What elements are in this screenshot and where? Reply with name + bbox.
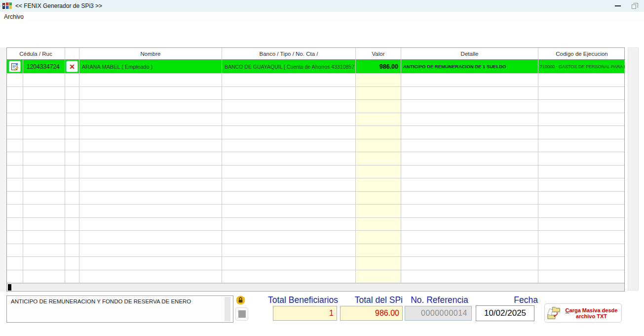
header-nombre[interactable]: Nombre (79, 48, 222, 60)
horizontal-scrollbar-thumb[interactable] (8, 284, 11, 291)
table-row-empty[interactable] (7, 178, 624, 192)
cell-valor[interactable]: 986.00 (356, 60, 401, 73)
carga-masiva-label: Carga Masiva desde archivo TXT (564, 307, 619, 319)
table-row-empty[interactable] (7, 166, 624, 179)
vertical-scrollbar[interactable] (628, 47, 639, 291)
table-row-empty[interactable] (7, 74, 624, 87)
fecha-label: Fecha (479, 295, 538, 305)
lock-icon (236, 295, 245, 305)
table-row-selected[interactable]: 1204334724 ✕ ARANA MABEL ( Empleado ) BA… (7, 60, 624, 74)
table-row-empty[interactable] (7, 218, 624, 231)
edit-row-button[interactable] (9, 61, 21, 72)
total-spi-field[interactable]: 986.00 (340, 306, 403, 321)
cell-nombre[interactable]: ARANA MABEL ( Empleado ) (79, 60, 222, 73)
table-row-empty[interactable] (7, 270, 624, 284)
left-margin (0, 47, 6, 292)
table-row-empty[interactable] (7, 152, 624, 166)
title-bar: << FENIX Generador de SPi3 >> (0, 0, 644, 12)
header-banco[interactable]: Banco / Tipo / No. Cta / (222, 48, 356, 60)
no-referencia-label: No. Referencia (406, 295, 473, 305)
header-cedula-ruc[interactable]: Cédula / Ruc (7, 48, 65, 60)
restore-button[interactable] (626, 0, 642, 12)
toolbar: Agregar Pagos Salir (0, 22, 644, 47)
gray-square-icon (238, 310, 246, 318)
payments-table: Cédula / Ruc Nombre Banco / Tipo / No. C… (6, 47, 625, 292)
cell-detalle[interactable]: ANTICIPO DE REMUNERACION DE 1 SUELDO (401, 60, 538, 73)
table-row-empty[interactable] (7, 205, 624, 218)
table-row-empty[interactable] (7, 126, 624, 139)
table-row-empty[interactable] (7, 192, 624, 205)
table-header-row: Cédula / Ruc Nombre Banco / Tipo / No. C… (7, 48, 624, 60)
table-row-empty[interactable] (7, 257, 624, 270)
gray-square-button[interactable] (235, 307, 248, 321)
table-row-empty[interactable] (7, 113, 624, 126)
restore-icon (632, 4, 636, 9)
descripcion-scrollbar[interactable] (225, 297, 230, 321)
table-row-empty[interactable] (7, 231, 624, 244)
fecha-field[interactable]: 10/02/2025 (476, 305, 534, 321)
delete-x-icon: ✕ (69, 63, 75, 70)
horizontal-scrollbar[interactable] (7, 283, 624, 291)
cell-codigo[interactable]: 710000 - GASTOS DE PERSONAL PARA INVERSI (538, 60, 625, 73)
menu-archivo[interactable]: Archivo (0, 12, 28, 21)
header-codigo-ejecucion[interactable]: Codigo de Ejecucion (538, 48, 625, 60)
no-referencia-field[interactable]: 0000000014 (405, 306, 472, 321)
delete-row-button[interactable]: ✕ (66, 61, 78, 72)
table-row-empty[interactable] (7, 87, 624, 100)
descripcion-textarea[interactable]: ANTICIPO DE REMUNERACION Y FONDO DE RESE… (6, 295, 233, 323)
menu-bar: Archivo (0, 12, 644, 22)
bulk-load-folder-icon (547, 306, 562, 321)
total-spi-label: Total del SPi (340, 295, 403, 305)
total-beneficiarios-field[interactable]: 1 (273, 306, 337, 321)
app-icon (2, 2, 12, 10)
table-row-empty[interactable] (7, 244, 624, 257)
table-row-empty[interactable] (7, 139, 624, 153)
total-beneficiarios-label: Total Beneficiarios (249, 295, 338, 305)
window-title: << FENIX Generador de SPi3 >> (15, 2, 102, 9)
header-valor[interactable]: Valor (356, 48, 401, 60)
table-row-empty[interactable] (7, 100, 624, 113)
minimize-icon (615, 5, 621, 6)
edit-form-icon (11, 63, 19, 71)
minimize-button[interactable] (610, 0, 626, 12)
cell-banco[interactable]: BANCO DE GUAYAQUIL [ Cuenta de Ahorros 4… (222, 60, 356, 73)
header-delete-column (65, 48, 79, 60)
carga-masiva-button[interactable]: Carga Masiva desde archivo TXT (544, 303, 622, 323)
cell-cedula[interactable]: 1204334724 (23, 60, 65, 73)
header-detalle[interactable]: Detalle (401, 48, 538, 60)
